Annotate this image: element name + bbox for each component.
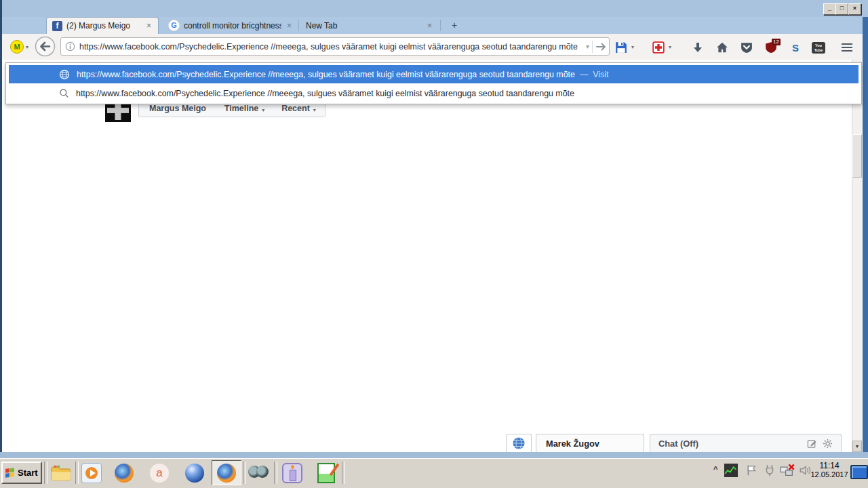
clock-time: 11:14 [810, 461, 849, 470]
history-dropdown-caret[interactable]: ▾ [586, 43, 589, 50]
s-extension-icon[interactable]: S [789, 41, 802, 54]
address-bar[interactable]: ▾ [60, 37, 610, 56]
file-explorer-icon[interactable] [47, 462, 73, 485]
chat-globe-button[interactable] [506, 434, 532, 452]
tab-close-icon[interactable]: × [145, 21, 153, 30]
scrollbar-down-arrow[interactable]: ▼ [852, 441, 862, 452]
tab-new-tab[interactable]: New Tab × [300, 17, 439, 34]
close-button[interactable]: × [848, 3, 861, 15]
show-desktop-icon[interactable] [850, 465, 868, 479]
binoculars-icon[interactable] [245, 462, 271, 485]
navigation-toolbar: M ▾ ▾ ▾ ▾ 12 [2, 34, 863, 60]
tab-close-icon[interactable]: × [426, 21, 433, 30]
tab-close-icon[interactable]: × [285, 21, 293, 30]
gear-icon[interactable] [823, 439, 833, 449]
candle-app-icon[interactable] [279, 462, 305, 485]
vertical-scrollbar[interactable] [852, 60, 863, 453]
network-monitor-icon[interactable] [724, 464, 738, 477]
save-dropdown-caret[interactable]: ▾ [631, 44, 634, 50]
window-right-edge [863, 17, 868, 453]
tray-chevron-up-icon[interactable]: ^ [713, 465, 717, 473]
taskbar-separator [342, 462, 345, 484]
chat-status-label: Chat (Off) [658, 439, 698, 449]
screen: _ □ × f (2) Margus Meigo × G controll mo… [0, 0, 868, 488]
urlbar-divider [592, 41, 593, 53]
youtube-logo: You Tube [812, 42, 825, 54]
adblock-shield-icon[interactable]: 12 [764, 41, 778, 54]
tab-title: (2) Margus Meigo [66, 21, 141, 30]
tab-strip: f (2) Margus Meigo × G controll monitor … [2, 17, 863, 34]
seamonkey-icon[interactable] [182, 462, 208, 485]
taskbar: Start a ^ [0, 458, 868, 488]
caret-down-icon: ▾ [313, 107, 316, 113]
tray-clock[interactable]: 11:14 12.05.2017 [810, 461, 849, 479]
tab-separator [298, 20, 299, 31]
window-bottom-edge [0, 452, 868, 458]
facebook-favicon: f [52, 21, 62, 31]
compose-icon[interactable] [807, 439, 817, 449]
new-tab-button[interactable]: + [448, 19, 461, 32]
home-icon[interactable] [715, 41, 729, 54]
scrollbar-thumb[interactable] [852, 134, 862, 178]
dropdown-visit-row[interactable]: https://www.facebook.com/Psychedelic.Exp… [9, 65, 859, 83]
windows-logo-icon [5, 468, 15, 478]
network-disconnected-icon[interactable] [780, 464, 795, 477]
dropdown-search-row[interactable]: https://www.facebook.com/Psychedelic.Exp… [9, 84, 859, 102]
timeline-label: Timeline [224, 104, 258, 113]
extension-m-dropdown-caret[interactable]: ▾ [26, 44, 28, 50]
youtube-icon[interactable]: You Tube [812, 41, 825, 54]
maximize-button[interactable]: □ [835, 3, 848, 15]
recent-label: Recent [281, 104, 310, 113]
visit-action-label: Visit [593, 70, 608, 79]
window-titlebar [0, 0, 868, 18]
adblock-badge: 12 [772, 39, 781, 45]
start-label: Start [18, 468, 38, 478]
chat-friend-name: Marek Žugov [546, 439, 599, 449]
minimize-button[interactable]: _ [823, 3, 836, 15]
amigo-browser-icon[interactable]: a [146, 462, 172, 485]
taskbar-separator [274, 462, 277, 484]
dropdown-url: https://www.facebook.com/Psychedelic.Exp… [77, 70, 575, 79]
flag-icon[interactable] [746, 464, 758, 477]
firefox-active-icon[interactable] [214, 462, 239, 485]
chat-bar[interactable]: Chat (Off) [650, 434, 842, 452]
save-page-icon[interactable] [614, 41, 628, 54]
extension-m-icon[interactable]: M [10, 40, 24, 54]
s-logo: S [792, 42, 799, 54]
urlbar-dropdown: https://www.facebook.com/Psychedelic.Exp… [5, 62, 862, 104]
health-extension-icon[interactable] [652, 41, 665, 54]
dropdown-search-url: https://www.facebook.com/Psychedelic.Exp… [76, 89, 574, 98]
downloads-icon[interactable] [691, 41, 705, 54]
tab-title: New Tab [306, 21, 422, 30]
google-favicon: G [168, 20, 180, 31]
globe-icon [59, 69, 70, 80]
url-input[interactable] [79, 42, 586, 52]
window-left-edge [0, 0, 2, 458]
menu-icon[interactable] [842, 41, 855, 55]
clock-date: 12.05.2017 [810, 470, 849, 479]
media-player-icon[interactable] [79, 462, 104, 485]
tab-separator [440, 20, 441, 31]
firefox-icon[interactable] [111, 462, 137, 485]
globe-icon [512, 436, 526, 450]
back-button[interactable] [35, 36, 56, 60]
power-plug-icon[interactable] [764, 464, 776, 477]
start-button[interactable]: Start [1, 462, 42, 484]
go-arrow-icon[interactable] [595, 41, 606, 52]
profile-name-label: Margus Meigo [149, 104, 206, 113]
tab-title: controll monitor bricghtness [184, 21, 281, 30]
health-dropdown-caret[interactable]: ▾ [669, 44, 671, 50]
chat-friend-tab[interactable]: Marek Žugov [536, 434, 644, 452]
info-icon[interactable] [65, 41, 75, 52]
search-icon [59, 88, 69, 98]
tab-margus-meigo[interactable]: f (2) Margus Meigo × [46, 17, 159, 34]
tab-monitor-brightness[interactable]: G controll monitor bricghtness × [163, 17, 298, 34]
pocket-shield-icon[interactable] [740, 41, 753, 54]
caret-down-icon: ▾ [262, 107, 264, 113]
notepad-icon[interactable] [313, 462, 339, 485]
